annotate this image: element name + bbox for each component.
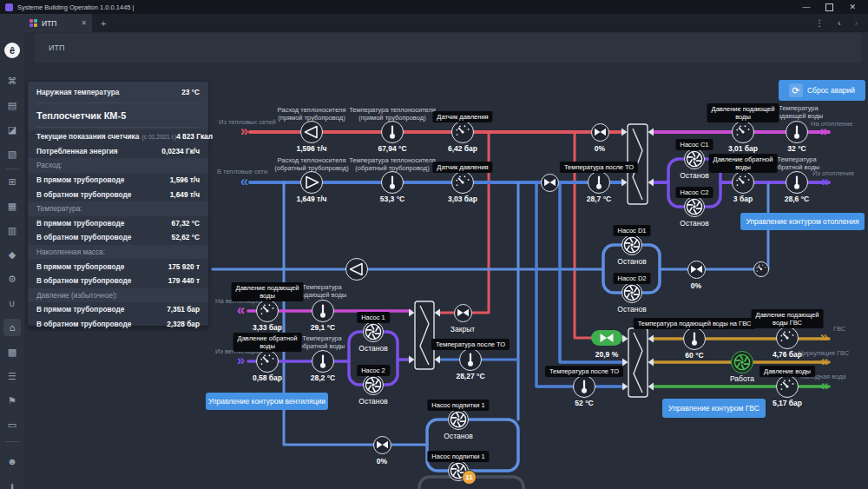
therm-icon: [685, 329, 704, 348]
sidebar-item-reports[interactable]: ▤: [0, 100, 24, 111]
sensor-flow-return[interactable]: [300, 171, 323, 194]
sensor-temp-after-hx-dhw[interactable]: [573, 375, 595, 398]
valve-network-return[interactable]: [541, 174, 559, 192]
nav-back-icon[interactable]: ‹: [838, 18, 840, 28]
sensor-pressure-cold-water[interactable]: [776, 375, 799, 398]
port-icon: [435, 309, 441, 317]
minimize-button[interactable]: —: [802, 3, 810, 11]
pump-vent-2[interactable]: [363, 374, 384, 395]
sensor-temp-heating-return[interactable]: [786, 171, 808, 194]
sensor-pressure-dhw-supply[interactable]: [776, 327, 799, 349]
sidebar-item-documents[interactable]: ▧: [0, 149, 24, 160]
loop-pumps-makeup: [427, 420, 518, 471]
pump-c1[interactable]: [684, 149, 705, 169]
sidebar-item-water[interactable]: ◆: [0, 249, 24, 261]
sensor-temp-after-hx-dhw-value: 52 °C: [575, 399, 593, 407]
label-temp-heating-supply: Температураподающей воды: [774, 104, 823, 120]
more-options-icon[interactable]: ⋮: [815, 18, 824, 28]
therm-icon: [787, 173, 806, 192]
sensor-temp-after-hx-heating[interactable]: [588, 171, 610, 194]
sensor-temp-after-hx-vent[interactable]: [459, 348, 482, 371]
sensor-pressure-heating-supply[interactable]: [732, 121, 754, 143]
valve-dhw[interactable]: [591, 330, 622, 346]
valve-heating-supply[interactable]: [591, 123, 609, 142]
sensor-temp-heating-return-value: 28,6 °C: [785, 195, 809, 203]
pump-makeup-1-status: Останов: [444, 432, 472, 440]
chevron-to-dhw: »: [820, 328, 827, 346]
pump-vent-2-label: Насос 2: [357, 365, 390, 376]
sensor-flow-supply[interactable]: [300, 121, 323, 143]
label-dhw: ГВС: [833, 325, 845, 333]
sidebar-item-files[interactable]: ▥: [0, 225, 24, 236]
check-valve-makeup[interactable]: [753, 261, 769, 277]
dhw-circuit-control-button[interactable]: Управление контуром ГВС: [662, 399, 766, 418]
heat-exchanger-dhw[interactable]: [622, 328, 654, 397]
sensor-temp-return-value: 53,3 °C: [380, 195, 404, 203]
ventilation-circuit-control-button[interactable]: Управление контуром вентиляции: [206, 393, 328, 410]
sidebar-item-home[interactable]: ⌂: [0, 322, 24, 333]
app-logo[interactable]: ê: [4, 43, 20, 58]
pump-makeup-1-label: Насос подпитки 1: [427, 400, 489, 411]
nav-forward-icon[interactable]: ›: [855, 18, 858, 28]
new-tab-button[interactable]: +: [101, 18, 106, 29]
sensor-pressure-vent-supply-label: Давление подающейводы: [232, 282, 304, 301]
sidebar-item-user[interactable]: ☻: [0, 456, 24, 466]
meter-row-label: В прямом трубопроводе: [36, 219, 124, 228]
pump-c2-label: Насос C2: [675, 187, 713, 198]
chip-line: Давление воды: [764, 367, 811, 375]
pump-icon: [364, 375, 383, 394]
heating-circuit-control-button[interactable]: Управление контуром отопления: [740, 213, 865, 230]
chip-line: Насос 1: [361, 314, 385, 321]
pump-vent-1[interactable]: [363, 321, 384, 342]
sidebar-item-building[interactable]: ▩: [0, 347, 24, 358]
sensor-pressure-vent-return[interactable]: [256, 350, 279, 373]
pump-d2[interactable]: [621, 282, 642, 303]
sensor-pressure-heating-supply-label: Давление подающейводы: [707, 103, 779, 122]
meter-row-value: 52,62 °C: [172, 233, 200, 241]
sensor-temp-supply[interactable]: [381, 121, 404, 143]
pump-d1[interactable]: [621, 235, 642, 255]
valve-icon: [592, 122, 608, 142]
sidebar-item-modules[interactable]: ▦: [0, 201, 24, 212]
tab-itp[interactable]: ИТП ✕: [24, 14, 92, 32]
close-button[interactable]: ✕: [849, 3, 856, 11]
pump-c2[interactable]: [684, 196, 705, 217]
heat-exchanger-vent[interactable]: [409, 301, 440, 369]
sidebar-item-piping[interactable]: ∪: [0, 298, 24, 309]
sensor-pressure-supply[interactable]: [451, 121, 474, 143]
sidebar-item-topology[interactable]: ⌘: [0, 76, 24, 87]
valve-vent[interactable]: [454, 304, 472, 322]
sidebar-item-info[interactable]: ℹ: [0, 482, 24, 489]
tab-close-icon[interactable]: ✕: [81, 19, 87, 27]
therm-icon: [589, 173, 608, 192]
sensor-pressure-heating-return[interactable]: [732, 171, 754, 194]
meter-row-label: Потребленная энергия: [36, 147, 118, 155]
valve-makeup-line[interactable]: [373, 436, 391, 454]
maximize-button[interactable]: [825, 3, 833, 11]
pump-dhw-circulation[interactable]: [731, 351, 753, 373]
meter-row-label: В обратном трубопроводе: [36, 233, 131, 241]
sensor-temp-return[interactable]: [381, 171, 404, 194]
chip-line: Насос D2: [617, 274, 646, 282]
sensor-flow-makeup[interactable]: [345, 258, 368, 281]
sensor-temp-vent-return[interactable]: [312, 350, 334, 373]
sidebar-item-announce[interactable]: ⚑: [0, 395, 24, 406]
sidebar-item-tools[interactable]: ⚙: [0, 274, 24, 285]
sensor-temp-vent-supply[interactable]: [312, 300, 334, 322]
reset-alarms-button[interactable]: ⟳Сброс аварий: [779, 80, 865, 101]
meter-row: В прямом трубопроводе67,32 °C: [28, 216, 208, 231]
valve-dhw-value: 20,9 %: [595, 350, 618, 359]
sensor-pressure-vent-supply[interactable]: [256, 300, 279, 322]
pump-makeup-1[interactable]: [448, 409, 469, 430]
sensor-pressure-return[interactable]: [451, 171, 474, 194]
meter-row-value: 179 440 т: [168, 276, 200, 285]
sensor-temp-heating-supply[interactable]: [786, 121, 808, 143]
sidebar-item-controls[interactable]: ☰: [0, 371, 24, 382]
outdoor-temperature-row: Наружная температура 23 °C: [36, 82, 200, 103]
valve-makeup-heating[interactable]: [687, 261, 706, 279]
sidebar-item-monitor[interactable]: ▭: [0, 420, 24, 431]
sidebar-item-apps[interactable]: ⊞: [0, 176, 24, 188]
sidebar-item-graphics[interactable]: ◪: [0, 124, 24, 135]
sensor-temp-dhw-supply[interactable]: [683, 327, 706, 350]
window-title: Systeme Building Operation 1.0.0.1445 |: [17, 3, 802, 11]
